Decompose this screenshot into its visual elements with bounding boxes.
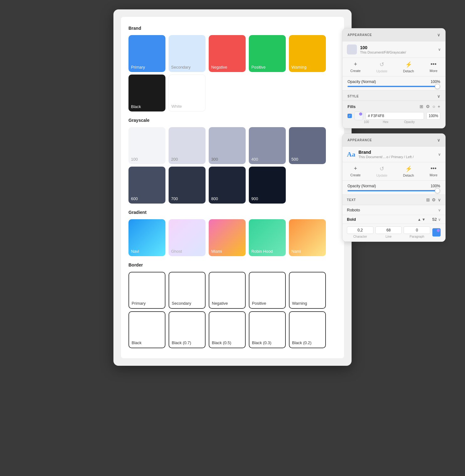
swatch-g200[interactable]: 200 [169, 127, 206, 164]
opacity-label-1: Opacity (Normal) [347, 80, 376, 84]
layers-icon-1[interactable]: ⊞ [420, 104, 423, 109]
border-swatch-black03-label: Black (0.3) [252, 340, 271, 345]
more-icon-2: ••• [431, 165, 436, 172]
text-settings-icon[interactable]: ⚙ [432, 197, 436, 202]
gradient-grid: Navi Ghost Miami Robin Hood Nami [128, 219, 337, 256]
border-swatch-secondary[interactable]: Secondary [169, 272, 206, 309]
swatch-g900[interactable]: 900 [249, 167, 286, 204]
paragraph-label: Paragraph [410, 235, 424, 238]
border-swatch-black-03[interactable]: Black (0.3) [249, 311, 286, 348]
opacity-slider-2[interactable] [347, 190, 440, 191]
style-dropdown-arrow-2[interactable]: ∨ [438, 152, 441, 157]
text-section-label: TEXT [347, 198, 356, 202]
text-font-row: Roboto ∨ [342, 205, 445, 215]
appearance-panel-2-chevron[interactable]: ∨ [437, 137, 440, 142]
swatch-g400-label: 400 [251, 157, 258, 162]
detach-button-2[interactable]: ⚡ Detach [403, 165, 414, 177]
opacity-label-row-2: Opacity (Normal) 100% [347, 184, 440, 188]
swatch-robinhood[interactable]: Robin Hood [249, 219, 286, 256]
border-grid-row1: Primary Secondary Negative Positive Warn… [128, 272, 337, 309]
panel-1-style-row: 100 This Document/Fill/Grayscale/ ∨ [342, 41, 445, 58]
opacity-slider-fill-2 [347, 190, 437, 191]
swatch-g300[interactable]: 300 [209, 127, 246, 164]
character-value[interactable]: 0,2 [347, 226, 374, 234]
line-value[interactable]: 68 [375, 226, 402, 234]
swatch-white[interactable]: White [169, 75, 206, 111]
style-info-1: 100 This Document/Fill/Grayscale/ [360, 45, 435, 54]
circle-icon-1[interactable]: ○ [432, 104, 435, 109]
border-swatch-warning[interactable]: Warning [289, 272, 326, 309]
fills-icons-1: ⊞ ⚙ ○ + [420, 104, 440, 109]
swatch-miami-label: Miami [211, 249, 222, 254]
swatch-negative[interactable]: Negative [209, 35, 246, 72]
opacity-slider-1[interactable] [347, 86, 440, 87]
settings-icon-1[interactable]: ⚙ [426, 104, 430, 109]
fills-checkbox-1[interactable]: ✓ [347, 114, 352, 118]
detach-button-1[interactable]: ⚡ Detach [403, 61, 414, 73]
swatch-black[interactable]: Black [128, 75, 165, 111]
fills-title-1: Fills [347, 104, 356, 109]
style-name-1: 100 [360, 45, 435, 50]
character-label: Character [353, 235, 367, 238]
appearance-panel-1-chevron[interactable]: ∨ [437, 32, 440, 37]
fills-color-preview-1[interactable] [354, 111, 363, 120]
outer-wrapper: Brand Primary Secondary Negative Positiv… [113, 9, 352, 366]
swatch-g100[interactable]: 100 [128, 127, 165, 164]
swatch-ghost[interactable]: Ghost [169, 219, 206, 256]
border-swatch-secondary-label: Secondary [172, 301, 191, 306]
create-button-2[interactable]: + Create [350, 165, 361, 177]
font-dropdown-arrow[interactable]: ∨ [438, 208, 441, 212]
text-section-header: TEXT ⊞ ⚙ ∨ [342, 195, 445, 205]
text-color-dot[interactable] [432, 228, 441, 237]
border-swatch-positive[interactable]: Positive [249, 272, 286, 309]
border-swatch-black-07[interactable]: Black (0.7) [169, 311, 206, 348]
more-label-2: More [430, 173, 437, 177]
brand-title: Brand [128, 26, 337, 31]
swatch-nami-label: Nami [291, 249, 301, 254]
detach-label-2: Detach [403, 173, 414, 177]
swatch-secondary[interactable]: Secondary [169, 35, 206, 72]
paragraph-value[interactable]: 0 [404, 226, 430, 234]
border-swatch-primary-label: Primary [132, 301, 146, 306]
swatch-g700[interactable]: 700 [169, 167, 206, 204]
swatch-g800[interactable]: 800 [209, 167, 246, 204]
swatch-miami[interactable]: Miami [209, 219, 246, 256]
fills-opacity-input-1[interactable] [426, 112, 440, 120]
swatch-warning[interactable]: Warning [289, 35, 326, 72]
swatch-g500[interactable]: 500 [289, 127, 326, 164]
style-dropdown-arrow-1[interactable]: ∨ [438, 47, 441, 52]
fills-hex-input-1[interactable] [366, 112, 424, 120]
swatch-g700-label: 700 [171, 196, 178, 201]
swatch-navi[interactable]: Navi [128, 219, 165, 256]
text-chevron-icon[interactable]: ∨ [438, 197, 441, 202]
border-swatch-primary[interactable]: Primary [128, 272, 165, 309]
swatch-primary-label: Primary [131, 65, 145, 70]
swatch-g600[interactable]: 600 [128, 167, 165, 204]
weight-stepper[interactable]: ▲ ▼ [417, 217, 426, 222]
appearance-panel-1: APPEARANCE ∨ 100 This Document/Fill/Gray… [342, 28, 446, 128]
fills-label-100: 100 [364, 120, 369, 124]
line-label: Line [386, 235, 392, 238]
opacity-label-2: Opacity (Normal) [347, 184, 376, 188]
text-metrics-row: 0,2 Character 68 Line 0 Paragraph [342, 224, 445, 241]
border-swatch-black[interactable]: Black [128, 311, 165, 348]
create-button-1[interactable]: + Create [350, 61, 361, 73]
border-swatch-black-02[interactable]: Black (0.2) [289, 311, 326, 348]
fills-label-hex: Hex [383, 120, 389, 124]
border-swatch-negative[interactable]: Negative [209, 272, 246, 309]
more-button-2[interactable]: ••• More [430, 165, 437, 177]
text-font-size: 52 [428, 217, 437, 222]
gradient-title: Gradient [128, 210, 337, 215]
swatch-positive[interactable]: Positive [249, 35, 286, 72]
text-layers-icon[interactable]: ⊞ [426, 197, 430, 202]
style-section-chevron-1[interactable]: ∨ [437, 94, 440, 99]
border-swatch-black-05[interactable]: Black (0.5) [209, 311, 246, 348]
font-size-dropdown-arrow[interactable]: ∨ [438, 217, 441, 222]
swatch-nami[interactable]: Nami [289, 219, 326, 256]
more-button-1[interactable]: ••• More [430, 61, 437, 73]
swatch-g400[interactable]: 400 [249, 127, 286, 164]
swatch-primary[interactable]: Primary [128, 35, 165, 72]
style-name-2: Brand [358, 150, 435, 155]
opacity-slider-thumb-1 [435, 84, 440, 89]
plus-icon-1[interactable]: + [438, 104, 440, 109]
